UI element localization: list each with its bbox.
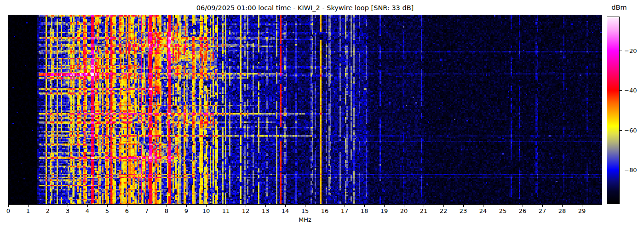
x-axis-tick-mark [127,205,127,207]
spectrogram-figure: 06/09/2025 01:00 local time - KIWI_2 - S… [0,0,644,230]
x-axis-tick-label: 22 [440,207,448,214]
x-axis-tick-mark [226,205,226,207]
x-axis-tick-mark [364,205,365,207]
x-axis-tick-mark [503,205,503,207]
x-axis-tick-mark [345,205,345,207]
x-axis-tick-mark [206,205,207,207]
x-axis-tick-mark [8,205,9,207]
x-axis-tick-label: 0 [6,207,10,214]
x-axis-tick-label: 19 [380,207,388,214]
x-axis-tick-mark [443,205,444,207]
colorbar-tick-mark [620,130,622,131]
colorbar-tick-label: −80 [624,166,637,173]
x-axis-tick-mark [384,205,385,207]
x-axis-tick-label: 29 [578,207,586,214]
x-axis-tick-mark [28,205,29,207]
colorbar-tick-label: −60 [624,126,637,133]
chart-title: 06/09/2025 01:00 local time - KIWI_2 - S… [8,3,602,12]
plot-frame [8,15,602,205]
colorbar-tick-label: −20 [624,47,637,54]
x-axis-tick-label: 5 [105,207,109,214]
x-axis-tick-label: 10 [202,207,210,214]
x-axis-tick-mark [48,205,48,207]
x-axis-tick-mark [167,205,167,207]
x-axis-tick-label: 12 [242,207,250,214]
x-axis-tick-mark [424,205,424,207]
x-axis-tick-label: 28 [558,207,566,214]
colorbar-tick-mark [620,51,622,51]
colorbar-tick-mark [620,170,622,170]
colorbar-tick-label: −40 [624,87,637,94]
x-axis-tick-mark [107,205,108,207]
x-axis-tick-label: 27 [539,207,546,214]
waterfall-canvas [8,15,602,204]
x-axis-tick-mark [523,205,523,207]
x-axis-label: MHz [8,216,602,223]
x-axis-tick-label: 21 [420,207,428,214]
x-axis-tick-mark [305,205,305,207]
x-axis-tick-label: 8 [165,207,168,214]
x-axis-tick-label: 16 [321,207,329,214]
x-axis-tick-label: 25 [499,207,507,214]
x-axis-tick-label: 15 [301,207,309,214]
x-axis-tick-mark [147,205,147,207]
x-axis-tick-label: 14 [282,207,289,214]
x-axis-tick-label: 17 [341,207,349,214]
x-axis-tick-label: 1 [26,207,30,214]
x-axis-tick-mark [463,205,464,207]
colorbar-tick-mark [620,90,622,91]
x-axis-tick-mark [483,205,483,207]
x-axis-tick-label: 7 [145,207,149,214]
x-axis-tick-label: 6 [125,207,129,214]
x-axis-tick-label: 18 [361,207,368,214]
x-axis-tick-label: 3 [66,207,69,214]
x-axis-tick-label: 4 [86,207,89,214]
x-axis-tick-label: 26 [519,207,527,214]
x-axis-tick-label: 20 [400,207,408,214]
x-axis-tick-mark [186,205,187,207]
x-axis-tick-label: 24 [479,207,487,214]
x-axis-tick-mark [582,205,582,207]
colorbar-gradient [607,17,619,203]
colorbar-unit-label: dBm [606,3,632,12]
x-axis-tick-label: 13 [262,207,270,214]
x-axis-tick-label: 2 [46,207,50,214]
x-axis-tick-mark [325,205,325,207]
x-axis-tick-label: 9 [184,207,188,214]
x-axis-tick-mark [265,205,266,207]
colorbar [607,17,620,204]
x-axis-tick-label: 11 [222,207,230,214]
x-axis-tick-label: 23 [460,207,467,214]
x-axis-tick-mark [404,205,404,207]
x-axis-tick-mark [246,205,246,207]
x-axis-tick-mark [87,205,88,207]
x-axis-tick-mark [542,205,543,207]
x-axis-tick-mark [285,205,286,207]
x-axis-tick-mark [562,205,563,207]
x-axis-tick-mark [68,205,68,207]
